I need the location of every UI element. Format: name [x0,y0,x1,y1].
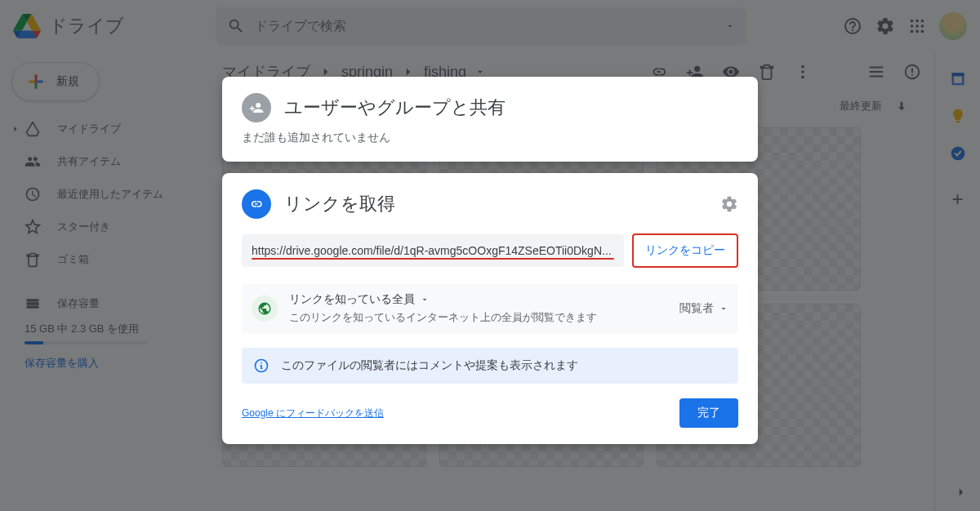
link-url-text: https://drive.google.com/file/d/1qR-avmg… [252,244,612,257]
person-add-circle-icon [242,93,271,122]
info-banner: このファイルの閲覧者にはコメントや提案も表示されます [242,348,738,384]
access-scope-row: リンクを知っている全員 このリンクを知っているインターネット上の全員が閲覧できま… [242,284,738,333]
highlight-underline [252,258,614,260]
scope-dropdown[interactable]: リンクを知っている全員 [289,292,668,307]
link-circle-icon [242,189,271,219]
dropdown-caret-icon [719,304,728,313]
share-panel: ユーザーやグループと共有 まだ誰も追加されていません [222,77,758,162]
info-text: このファイルの閲覧者にはコメントや提案も表示されます [281,358,578,373]
role-label: 閲覧者 [679,301,714,316]
settings-gear-icon[interactable] [720,195,738,213]
modal-overlay: ユーザーやグループと共有 まだ誰も追加されていません リンクを取得 https:… [0,0,980,511]
link-panel: リンクを取得 https://drive.google.com/file/d/1… [222,173,758,444]
globe-icon [252,295,278,322]
share-subtitle: まだ誰も追加されていません [242,131,738,145]
link-title: リンクを取得 [284,192,395,216]
info-icon [253,358,270,374]
copy-link-button[interactable]: リンクをコピー [632,233,738,268]
link-url-box[interactable]: https://drive.google.com/file/d/1qR-avmg… [242,234,624,267]
scope-title-text: リンクを知っている全員 [289,292,415,307]
dropdown-caret-icon [420,295,430,304]
done-button[interactable]: 完了 [679,398,738,428]
feedback-link[interactable]: Google にフィードバックを送信 [242,407,384,420]
scope-subtitle: このリンクを知っているインターネット上の全員が閲覧できます [289,310,668,325]
role-dropdown[interactable]: 閲覧者 [679,301,728,316]
share-title: ユーザーやグループと共有 [284,96,506,120]
